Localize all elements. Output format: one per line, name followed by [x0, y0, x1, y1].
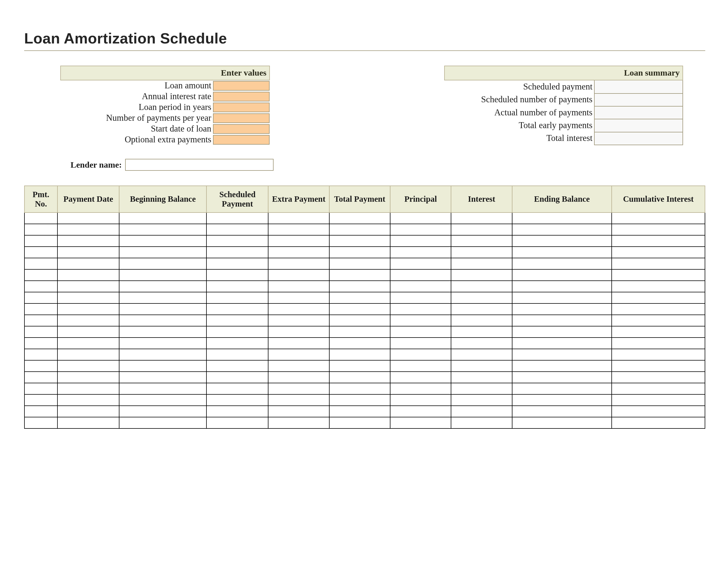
table-cell[interactable]: [390, 270, 451, 281]
table-cell[interactable]: [119, 417, 207, 428]
table-cell[interactable]: [612, 337, 705, 349]
table-cell[interactable]: [329, 349, 390, 360]
table-cell[interactable]: [57, 270, 119, 281]
table-cell[interactable]: [206, 349, 268, 360]
table-cell[interactable]: [512, 247, 612, 258]
table-cell[interactable]: [24, 372, 57, 383]
table-cell[interactable]: [24, 292, 57, 303]
table-cell[interactable]: [119, 292, 207, 303]
table-cell[interactable]: [512, 235, 612, 247]
table-cell[interactable]: [612, 360, 705, 372]
table-cell[interactable]: [329, 281, 390, 292]
table-cell[interactable]: [119, 303, 207, 315]
table-cell[interactable]: [119, 349, 207, 360]
table-cell[interactable]: [612, 235, 705, 247]
table-cell[interactable]: [512, 258, 612, 270]
table-cell[interactable]: [512, 394, 612, 406]
table-cell[interactable]: [612, 383, 705, 394]
table-cell[interactable]: [451, 303, 512, 315]
table-cell[interactable]: [24, 247, 57, 258]
table-cell[interactable]: [268, 315, 329, 326]
table-cell[interactable]: [612, 247, 705, 258]
table-cell[interactable]: [206, 326, 268, 337]
table-cell[interactable]: [390, 235, 451, 247]
table-cell[interactable]: [451, 349, 512, 360]
table-cell[interactable]: [24, 337, 57, 349]
table-cell[interactable]: [512, 326, 612, 337]
table-cell[interactable]: [206, 292, 268, 303]
table-cell[interactable]: [206, 224, 268, 235]
table-cell[interactable]: [612, 281, 705, 292]
table-cell[interactable]: [119, 406, 207, 417]
table-cell[interactable]: [57, 292, 119, 303]
table-cell[interactable]: [612, 213, 705, 224]
table-cell[interactable]: [390, 349, 451, 360]
table-cell[interactable]: [390, 326, 451, 337]
table-cell[interactable]: [390, 303, 451, 315]
table-cell[interactable]: [268, 292, 329, 303]
table-cell[interactable]: [612, 303, 705, 315]
table-cell[interactable]: [512, 292, 612, 303]
table-cell[interactable]: [329, 258, 390, 270]
table-cell[interactable]: [57, 247, 119, 258]
table-cell[interactable]: [612, 417, 705, 428]
table-cell[interactable]: [451, 326, 512, 337]
table-cell[interactable]: [268, 258, 329, 270]
table-cell[interactable]: [119, 315, 207, 326]
table-cell[interactable]: [612, 270, 705, 281]
table-cell[interactable]: [329, 315, 390, 326]
table-cell[interactable]: [329, 417, 390, 428]
table-cell[interactable]: [451, 315, 512, 326]
table-cell[interactable]: [390, 360, 451, 372]
table-cell[interactable]: [268, 372, 329, 383]
table-cell[interactable]: [390, 417, 451, 428]
table-cell[interactable]: [512, 360, 612, 372]
table-cell[interactable]: [206, 315, 268, 326]
start-date-input[interactable]: [213, 124, 270, 134]
table-cell[interactable]: [24, 326, 57, 337]
table-cell[interactable]: [390, 281, 451, 292]
table-cell[interactable]: [268, 406, 329, 417]
table-cell[interactable]: [451, 372, 512, 383]
table-cell[interactable]: [329, 406, 390, 417]
table-cell[interactable]: [119, 360, 207, 372]
table-cell[interactable]: [451, 258, 512, 270]
table-cell[interactable]: [206, 406, 268, 417]
table-cell[interactable]: [57, 258, 119, 270]
table-cell[interactable]: [24, 281, 57, 292]
table-cell[interactable]: [119, 258, 207, 270]
table-cell[interactable]: [390, 292, 451, 303]
table-cell[interactable]: [612, 394, 705, 406]
table-cell[interactable]: [612, 224, 705, 235]
table-cell[interactable]: [512, 349, 612, 360]
table-cell[interactable]: [329, 383, 390, 394]
table-cell[interactable]: [329, 270, 390, 281]
table-cell[interactable]: [612, 326, 705, 337]
table-cell[interactable]: [390, 372, 451, 383]
table-cell[interactable]: [329, 292, 390, 303]
table-cell[interactable]: [119, 281, 207, 292]
table-cell[interactable]: [206, 337, 268, 349]
table-cell[interactable]: [24, 383, 57, 394]
table-cell[interactable]: [268, 281, 329, 292]
table-cell[interactable]: [206, 247, 268, 258]
table-cell[interactable]: [512, 213, 612, 224]
table-cell[interactable]: [451, 292, 512, 303]
table-cell[interactable]: [24, 349, 57, 360]
table-cell[interactable]: [57, 281, 119, 292]
table-cell[interactable]: [451, 360, 512, 372]
table-cell[interactable]: [390, 406, 451, 417]
table-cell[interactable]: [119, 383, 207, 394]
table-cell[interactable]: [451, 247, 512, 258]
table-cell[interactable]: [206, 383, 268, 394]
table-cell[interactable]: [206, 303, 268, 315]
table-cell[interactable]: [390, 315, 451, 326]
table-cell[interactable]: [268, 337, 329, 349]
table-cell[interactable]: [512, 224, 612, 235]
table-cell[interactable]: [329, 337, 390, 349]
table-cell[interactable]: [119, 247, 207, 258]
table-cell[interactable]: [24, 213, 57, 224]
table-cell[interactable]: [206, 258, 268, 270]
table-cell[interactable]: [268, 303, 329, 315]
table-cell[interactable]: [512, 406, 612, 417]
